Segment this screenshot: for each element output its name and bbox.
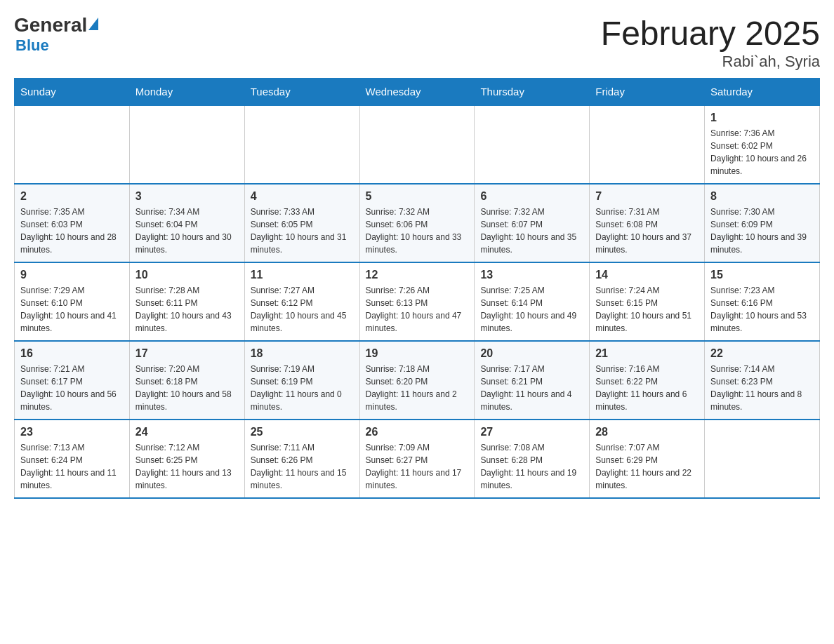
day-number: 16 xyxy=(20,347,124,360)
day-info: Sunrise: 7:18 AMSunset: 6:20 PMDaylight:… xyxy=(366,363,469,413)
day-number: 17 xyxy=(135,347,239,360)
col-saturday: Saturday xyxy=(705,79,820,106)
day-info: Sunrise: 7:11 AMSunset: 6:26 PMDaylight:… xyxy=(251,441,354,492)
day-info: Sunrise: 7:30 AMSunset: 6:09 PMDaylight:… xyxy=(710,206,814,256)
day-number: 14 xyxy=(595,269,699,281)
calendar-cell: 20Sunrise: 7:17 AMSunset: 6:21 PMDayligh… xyxy=(475,341,590,420)
day-info: Sunrise: 7:36 AMSunset: 6:02 PMDaylight:… xyxy=(710,127,814,177)
day-number: 1 xyxy=(710,112,814,124)
day-info: Sunrise: 7:27 AMSunset: 6:12 PMDaylight:… xyxy=(251,284,354,335)
day-info: Sunrise: 7:31 AMSunset: 6:08 PMDaylight:… xyxy=(595,206,699,256)
calendar-week-row: 23Sunrise: 7:13 AMSunset: 6:24 PMDayligh… xyxy=(15,420,820,498)
day-number: 25 xyxy=(251,426,354,438)
calendar-cell: 2Sunrise: 7:35 AMSunset: 6:03 PMDaylight… xyxy=(15,184,130,262)
day-info: Sunrise: 7:17 AMSunset: 6:21 PMDaylight:… xyxy=(480,363,583,413)
day-info: Sunrise: 7:13 AMSunset: 6:24 PMDaylight:… xyxy=(20,441,124,492)
day-info: Sunrise: 7:24 AMSunset: 6:15 PMDaylight:… xyxy=(595,284,699,335)
page-header: General Blue February 2025 Rabi`ah, Syri… xyxy=(14,14,820,71)
calendar-table: Sunday Monday Tuesday Wednesday Thursday… xyxy=(14,78,820,499)
day-number: 9 xyxy=(20,269,124,281)
day-info: Sunrise: 7:19 AMSunset: 6:19 PMDaylight:… xyxy=(251,363,354,413)
day-number: 18 xyxy=(251,347,354,360)
day-number: 3 xyxy=(135,190,239,203)
day-info: Sunrise: 7:12 AMSunset: 6:25 PMDaylight:… xyxy=(135,441,239,492)
day-info: Sunrise: 7:16 AMSunset: 6:22 PMDaylight:… xyxy=(595,363,699,413)
calendar-cell: 8Sunrise: 7:30 AMSunset: 6:09 PMDaylight… xyxy=(705,184,820,262)
location-subtitle: Rabi`ah, Syria xyxy=(601,53,820,71)
day-number: 15 xyxy=(710,269,814,281)
calendar-week-row: 1Sunrise: 7:36 AMSunset: 6:02 PMDaylight… xyxy=(15,105,820,184)
col-sunday: Sunday xyxy=(15,79,130,106)
day-info: Sunrise: 7:28 AMSunset: 6:11 PMDaylight:… xyxy=(135,284,239,335)
day-number: 11 xyxy=(251,269,354,281)
day-number: 13 xyxy=(480,269,583,281)
calendar-cell: 10Sunrise: 7:28 AMSunset: 6:11 PMDayligh… xyxy=(129,262,244,341)
day-number: 12 xyxy=(366,269,469,281)
day-number: 7 xyxy=(595,190,699,203)
logo: General Blue xyxy=(14,14,98,55)
calendar-cell: 17Sunrise: 7:20 AMSunset: 6:18 PMDayligh… xyxy=(129,341,244,420)
day-info: Sunrise: 7:32 AMSunset: 6:07 PMDaylight:… xyxy=(480,206,583,256)
logo-general-text: General xyxy=(14,14,87,36)
calendar-cell xyxy=(244,105,359,184)
day-number: 4 xyxy=(251,190,354,203)
day-info: Sunrise: 7:25 AMSunset: 6:14 PMDaylight:… xyxy=(480,284,583,335)
calendar-cell: 14Sunrise: 7:24 AMSunset: 6:15 PMDayligh… xyxy=(590,262,705,341)
day-number: 21 xyxy=(595,347,699,360)
day-info: Sunrise: 7:09 AMSunset: 6:27 PMDaylight:… xyxy=(366,441,469,492)
day-number: 28 xyxy=(595,426,699,438)
day-info: Sunrise: 7:21 AMSunset: 6:17 PMDaylight:… xyxy=(20,363,124,413)
calendar-cell: 7Sunrise: 7:31 AMSunset: 6:08 PMDaylight… xyxy=(590,184,705,262)
calendar-cell: 6Sunrise: 7:32 AMSunset: 6:07 PMDaylight… xyxy=(475,184,590,262)
day-info: Sunrise: 7:08 AMSunset: 6:28 PMDaylight:… xyxy=(480,441,583,492)
calendar-cell xyxy=(705,420,820,498)
logo-triangle-icon xyxy=(88,18,98,30)
calendar-cell: 24Sunrise: 7:12 AMSunset: 6:25 PMDayligh… xyxy=(129,420,244,498)
calendar-cell: 22Sunrise: 7:14 AMSunset: 6:23 PMDayligh… xyxy=(705,341,820,420)
calendar-cell: 25Sunrise: 7:11 AMSunset: 6:26 PMDayligh… xyxy=(244,420,359,498)
calendar-cell xyxy=(590,105,705,184)
calendar-cell xyxy=(15,105,130,184)
calendar-cell: 26Sunrise: 7:09 AMSunset: 6:27 PMDayligh… xyxy=(359,420,475,498)
day-number: 27 xyxy=(480,426,583,438)
day-number: 5 xyxy=(366,190,469,203)
calendar-week-row: 9Sunrise: 7:29 AMSunset: 6:10 PMDaylight… xyxy=(15,262,820,341)
day-info: Sunrise: 7:35 AMSunset: 6:03 PMDaylight:… xyxy=(20,206,124,256)
day-number: 2 xyxy=(20,190,124,203)
calendar-cell: 23Sunrise: 7:13 AMSunset: 6:24 PMDayligh… xyxy=(15,420,130,498)
day-number: 26 xyxy=(366,426,469,438)
day-info: Sunrise: 7:23 AMSunset: 6:16 PMDaylight:… xyxy=(710,284,814,335)
day-number: 6 xyxy=(480,190,583,203)
day-number: 23 xyxy=(20,426,124,438)
calendar-cell xyxy=(359,105,475,184)
day-info: Sunrise: 7:34 AMSunset: 6:04 PMDaylight:… xyxy=(135,206,239,256)
calendar-cell: 27Sunrise: 7:08 AMSunset: 6:28 PMDayligh… xyxy=(475,420,590,498)
logo-blue-text: Blue xyxy=(15,36,49,55)
day-info: Sunrise: 7:33 AMSunset: 6:05 PMDaylight:… xyxy=(251,206,354,256)
calendar-header-row: Sunday Monday Tuesday Wednesday Thursday… xyxy=(15,79,820,106)
calendar-cell: 12Sunrise: 7:26 AMSunset: 6:13 PMDayligh… xyxy=(359,262,475,341)
title-block: February 2025 Rabi`ah, Syria xyxy=(601,14,820,71)
calendar-cell: 21Sunrise: 7:16 AMSunset: 6:22 PMDayligh… xyxy=(590,341,705,420)
day-info: Sunrise: 7:20 AMSunset: 6:18 PMDaylight:… xyxy=(135,363,239,413)
day-info: Sunrise: 7:07 AMSunset: 6:29 PMDaylight:… xyxy=(595,441,699,492)
day-number: 24 xyxy=(135,426,239,438)
calendar-cell: 28Sunrise: 7:07 AMSunset: 6:29 PMDayligh… xyxy=(590,420,705,498)
calendar-cell: 9Sunrise: 7:29 AMSunset: 6:10 PMDaylight… xyxy=(15,262,130,341)
calendar-cell: 4Sunrise: 7:33 AMSunset: 6:05 PMDaylight… xyxy=(244,184,359,262)
calendar-cell: 16Sunrise: 7:21 AMSunset: 6:17 PMDayligh… xyxy=(15,341,130,420)
calendar-cell: 1Sunrise: 7:36 AMSunset: 6:02 PMDaylight… xyxy=(705,105,820,184)
calendar-cell xyxy=(475,105,590,184)
calendar-cell: 11Sunrise: 7:27 AMSunset: 6:12 PMDayligh… xyxy=(244,262,359,341)
calendar-cell: 13Sunrise: 7:25 AMSunset: 6:14 PMDayligh… xyxy=(475,262,590,341)
calendar-cell: 15Sunrise: 7:23 AMSunset: 6:16 PMDayligh… xyxy=(705,262,820,341)
page-title: February 2025 xyxy=(601,14,820,53)
col-friday: Friday xyxy=(590,79,705,106)
day-info: Sunrise: 7:29 AMSunset: 6:10 PMDaylight:… xyxy=(20,284,124,335)
day-info: Sunrise: 7:14 AMSunset: 6:23 PMDaylight:… xyxy=(710,363,814,413)
day-info: Sunrise: 7:26 AMSunset: 6:13 PMDaylight:… xyxy=(366,284,469,335)
col-thursday: Thursday xyxy=(475,79,590,106)
calendar-cell: 3Sunrise: 7:34 AMSunset: 6:04 PMDaylight… xyxy=(129,184,244,262)
col-tuesday: Tuesday xyxy=(244,79,359,106)
day-number: 8 xyxy=(710,190,814,203)
